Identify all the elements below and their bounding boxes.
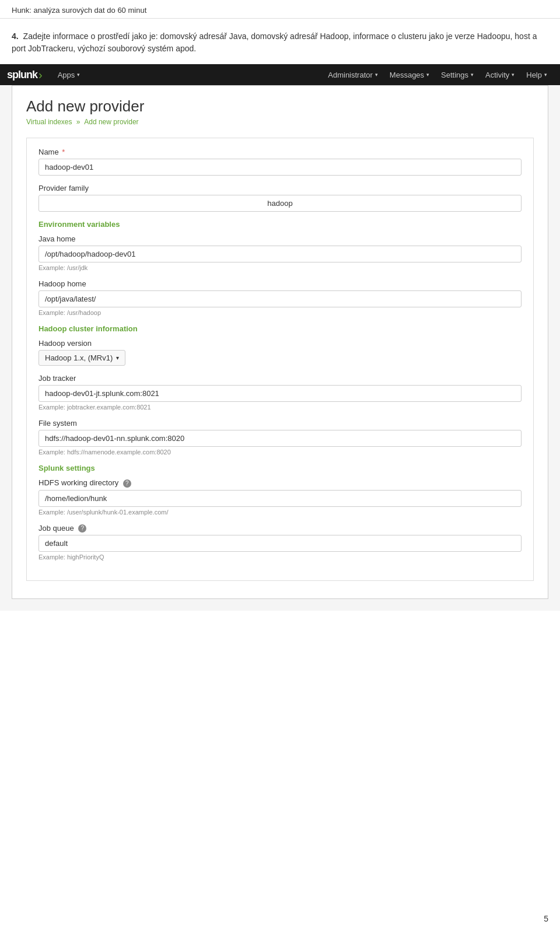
page-title: Add new provider	[26, 97, 534, 115]
hadoop-version-dropdown[interactable]: Hadoop 1.x, (MRv1) ▾	[38, 350, 125, 366]
hadoop-version-value: Hadoop 1.x, (MRv1)	[45, 353, 113, 362]
file-system-label: File system	[38, 419, 522, 428]
nav-help-label: Help	[526, 71, 542, 79]
step-number: 4.	[12, 31, 19, 41]
nav-item-messages[interactable]: Messages ▾	[384, 64, 435, 85]
splunk-section-title: Splunk settings	[38, 464, 522, 472]
hadoop-version-arrow: ▾	[116, 355, 119, 361]
nav-item-help[interactable]: Help ▾	[520, 64, 553, 85]
inner-form: Name * Provider family Environment varia…	[26, 138, 534, 581]
job-tracker-label: Job tracker	[38, 374, 522, 383]
nav-settings-label: Settings	[441, 71, 468, 79]
job-queue-input[interactable]	[38, 535, 522, 552]
name-required-marker: *	[60, 148, 65, 156]
job-queue-hint: Example: highPriorityQ	[38, 554, 522, 561]
provider-family-label: Provider family	[38, 184, 522, 192]
intro-description: Zadejte informace o prostředí jako je: d…	[12, 31, 537, 53]
java-home-input[interactable]	[38, 246, 522, 262]
form-container: Add new provider Virtual indexes » Add n…	[12, 85, 548, 599]
job-queue-label: Job queue ?	[38, 524, 522, 533]
nav-item-apps[interactable]: Apps ▾	[52, 64, 86, 85]
provider-family-input[interactable]	[38, 195, 522, 212]
nav-administrator-arrow: ▾	[375, 72, 378, 78]
hdfs-working-dir-field-group: HDFS working directory ? Example: /user/…	[38, 478, 522, 516]
splunk-logo[interactable]: splunk ›	[7, 68, 43, 82]
file-system-hint: Example: hdfs://namenode.example.com:802…	[38, 449, 522, 456]
nav-activity-arrow: ▾	[512, 72, 514, 78]
nav-messages-label: Messages	[390, 71, 424, 79]
intro-section: 4. Zadejte informace o prostředí jako je…	[0, 19, 560, 64]
breadcrumb-parent[interactable]: Virtual indexes	[26, 118, 72, 126]
splunk-logo-arrow: ›	[38, 68, 43, 82]
browser-tab-title: Hunk: analýza surových dat do 60 minut	[12, 6, 146, 15]
hadoop-version-field-group: Hadoop version Hadoop 1.x, (MRv1) ▾	[38, 339, 522, 366]
nav-item-settings[interactable]: Settings ▾	[435, 64, 480, 85]
hadoop-home-input[interactable]	[38, 290, 522, 307]
name-label: Name *	[38, 148, 522, 156]
nav-item-administrator[interactable]: Administrator ▾	[322, 64, 384, 85]
name-input[interactable]	[38, 159, 522, 176]
nav-apps-label: Apps	[58, 71, 75, 79]
breadcrumb-separator: »	[76, 118, 80, 126]
hadoop-home-field-group: Hadoop home Example: /usr/hadoop	[38, 279, 522, 316]
page-header: Hunk: analýza surových dat do 60 minut	[0, 0, 560, 19]
content-area: Add new provider Virtual indexes » Add n…	[0, 85, 560, 611]
java-home-hint: Example: /usr/jdk	[38, 264, 522, 271]
job-tracker-hint: Example: jobtracker.example.com:8021	[38, 404, 522, 411]
job-tracker-field-group: Job tracker Example: jobtracker.example.…	[38, 374, 522, 411]
nav-item-activity[interactable]: Activity ▾	[480, 64, 520, 85]
splunk-logo-text: splunk	[7, 69, 37, 81]
nav-messages-arrow: ▾	[426, 72, 429, 78]
nav-settings-arrow: ▾	[471, 72, 474, 78]
file-system-field-group: File system Example: hdfs://namenode.exa…	[38, 419, 522, 456]
provider-family-field-group: Provider family	[38, 184, 522, 212]
splunk-navbar: splunk › Apps ▾ Administrator ▾ Messages…	[0, 64, 560, 85]
cluster-section-title: Hadoop cluster information	[38, 324, 522, 333]
nav-activity-label: Activity	[485, 71, 509, 79]
hdfs-working-dir-input[interactable]	[38, 490, 522, 507]
hadoop-home-label: Hadoop home	[38, 279, 522, 288]
hdfs-working-dir-hint: Example: /user/splunk/hunk-01.example.co…	[38, 509, 522, 516]
hdfs-working-dir-label: HDFS working directory ?	[38, 478, 522, 488]
job-queue-help-icon[interactable]: ?	[78, 524, 86, 533]
breadcrumb: Virtual indexes » Add new provider	[26, 118, 534, 126]
name-field-group: Name *	[38, 148, 522, 176]
hadoop-version-label: Hadoop version	[38, 339, 522, 348]
job-queue-field-group: Job queue ? Example: highPriorityQ	[38, 524, 522, 561]
nav-help-arrow: ▾	[544, 72, 547, 78]
nav-apps-arrow: ▾	[77, 72, 80, 78]
java-home-field-group: Java home Example: /usr/jdk	[38, 234, 522, 271]
hadoop-home-hint: Example: /usr/hadoop	[38, 309, 522, 316]
env-section-title: Environment variables	[38, 220, 522, 229]
job-tracker-input[interactable]	[38, 385, 522, 402]
java-home-label: Java home	[38, 234, 522, 243]
file-system-input[interactable]	[38, 430, 522, 447]
hdfs-working-dir-help-icon[interactable]: ?	[123, 479, 131, 488]
nav-administrator-label: Administrator	[328, 71, 373, 79]
breadcrumb-current: Add new provider	[84, 118, 138, 126]
